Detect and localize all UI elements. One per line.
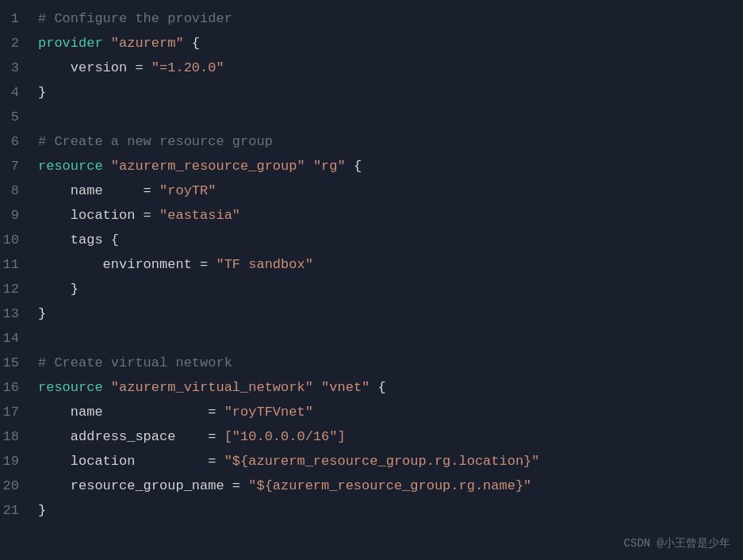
code-line: 7resource "azurerm_resource_group" "rg" … [0,154,743,178]
token: "azurerm_virtual_network" [111,380,313,395]
token: "azurerm" [111,36,184,51]
line-number: 21 [0,498,32,523]
token: { [184,36,200,51]
token: { [346,159,362,174]
code-line: 15# Create virtual network [0,351,743,375]
line-content: } [32,277,743,301]
token: version = [38,60,151,75]
line-number: 14 [0,326,32,351]
token: address_space = [38,429,224,444]
line-number: 16 [0,375,32,400]
line-number: 3 [0,56,32,80]
token: "royTFVnet" [224,405,313,420]
line-content: address_space = ["10.0.0.0/16"] [32,424,743,449]
token: location = [38,454,224,469]
token: name = [38,183,159,198]
token: } [38,282,79,297]
line-number: 4 [0,80,32,105]
line-number: 9 [0,203,32,228]
code-line: 13} [0,301,743,326]
watermark: CSDN @小王曾是少年 [624,536,730,550]
code-line: 21} [0,498,743,523]
token: # Create a new resource group [38,134,273,149]
line-content: resource "azurerm_virtual_network" "vnet… [32,375,743,400]
line-number: 2 [0,31,32,56]
line-content: provider "azurerm" { [32,31,743,56]
code-line: 8 name = "royTR" [0,178,743,203]
code-line: 1# Configure the provider [0,6,743,31]
line-content: # Configure the provider [32,6,743,31]
token: "royTR" [159,183,216,198]
line-number: 1 [0,6,32,31]
token: "TF sandbox" [216,257,312,272]
line-content: # Create virtual network [32,351,743,375]
code-line: 6# Create a new resource group [0,129,743,154]
line-content: version = "=1.20.0" [32,56,743,80]
line-number: 15 [0,351,32,375]
code-line: 3 version = "=1.20.0" [0,56,743,80]
token: resource [38,159,103,174]
token [313,380,321,395]
line-number: 7 [0,154,32,178]
line-content: resource "azurerm_resource_group" "rg" { [32,154,743,178]
token: # Create virtual network [38,355,232,370]
code-line: 16resource "azurerm_virtual_network" "vn… [0,375,743,400]
code-line: 2provider "azurerm" { [0,31,743,56]
token: "vnet" [321,380,370,395]
code-line: 10 tags { [0,228,743,252]
line-content: environment = "TF sandbox" [32,252,743,277]
token: name = [38,405,224,420]
line-number: 18 [0,424,32,449]
token: location = [38,208,159,223]
token: provider [38,36,103,51]
code-line: 5 [0,105,743,129]
token [305,159,313,174]
code-line: 12 } [0,277,743,301]
token: # Configure the provider [38,11,232,26]
line-number: 6 [0,129,32,154]
token [103,36,111,51]
line-content: name = "royTFVnet" [32,400,743,424]
token: } [38,306,46,321]
token: resource_group_name = [38,478,248,493]
code-line: 4} [0,80,743,105]
line-content: } [32,301,743,326]
code-editor: 1# Configure the provider2provider "azur… [0,0,743,560]
line-number: 5 [0,105,32,129]
token: resource [38,380,103,395]
code-line: 14 [0,326,743,351]
line-number: 17 [0,400,32,424]
line-content: location = "eastasia" [32,203,743,228]
line-content: } [32,80,743,105]
line-number: 10 [0,228,32,252]
line-number: 11 [0,252,32,277]
token: "eastasia" [159,208,240,223]
line-number: 8 [0,178,32,203]
token: tags { [38,232,119,247]
token: "${azurerm_resource_group.rg.location}" [224,454,540,469]
token: "=1.20.0" [151,60,224,75]
token: ["10.0.0.0/16"] [224,429,346,444]
line-content: location = "${azurerm_resource_group.rg.… [32,449,743,474]
code-line: 20 resource_group_name = "${azurerm_reso… [0,474,743,498]
token: { [370,380,385,395]
token [103,159,111,174]
token: "${azurerm_resource_group.rg.name}" [248,478,531,493]
line-content: tags { [32,228,743,252]
token: "azurerm_resource_group" [111,159,305,174]
token: environment = [38,257,216,272]
line-content: name = "royTR" [32,178,743,203]
code-line: 11 environment = "TF sandbox" [0,252,743,277]
line-number: 19 [0,449,32,474]
code-line: 17 name = "royTFVnet" [0,400,743,424]
line-number: 13 [0,301,32,326]
token: } [38,503,46,518]
token: } [38,85,46,100]
line-content: } [32,498,743,523]
line-number: 20 [0,474,32,498]
code-line: 18 address_space = ["10.0.0.0/16"] [0,424,743,449]
line-content: # Create a new resource group [32,129,743,154]
code-line: 9 location = "eastasia" [0,203,743,228]
line-number: 12 [0,277,32,301]
line-content: resource_group_name = "${azurerm_resourc… [32,474,743,498]
